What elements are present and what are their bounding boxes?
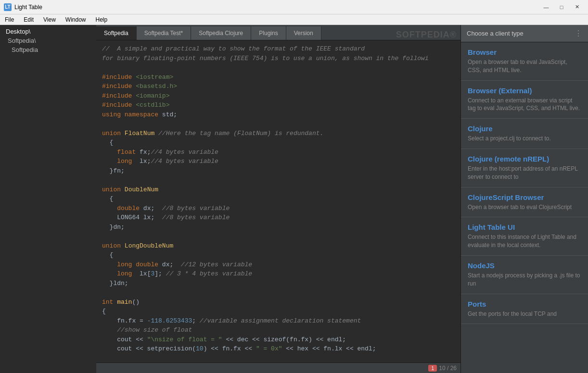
menu-help[interactable]: Help xyxy=(91,14,113,25)
client-nodejs-name: NodeJS xyxy=(468,261,581,270)
softpedia-watermark: SOFTPEDIA® xyxy=(396,30,457,40)
client-browser-desc: Open a browser tab to eval JavaScript, C… xyxy=(468,58,581,75)
app-icon: LT xyxy=(4,3,12,11)
client-ports[interactable]: Ports Get the ports for the local TCP an… xyxy=(461,294,588,324)
client-light-table-ui[interactable]: Light Table UI Connect to this instance … xyxy=(461,217,588,256)
sidebar-item-softpedia-folder[interactable]: Softpedia\ xyxy=(0,36,96,45)
client-clojure-remote-name: Clojure (remote nREPL) xyxy=(468,155,581,163)
client-browser-name: Browser xyxy=(468,48,581,56)
client-browser[interactable]: Browser Open a browser tab to eval JavaS… xyxy=(461,42,588,81)
maximize-button[interactable]: □ xyxy=(554,2,569,12)
client-clojure-name: Clojure xyxy=(468,124,581,133)
menu-window[interactable]: Window xyxy=(61,14,91,25)
tab-softpedia-clojure[interactable]: Softpedia Clojure xyxy=(191,26,251,40)
client-clojure-remote[interactable]: Clojure (remote nREPL) Enter in the host… xyxy=(461,149,588,187)
tab-softpedia[interactable]: Softpedia xyxy=(96,26,137,40)
client-clojure-remote-desc: Enter in the host:port address of an nRE… xyxy=(468,165,581,181)
client-light-table-ui-name: Light Table UI xyxy=(468,223,581,231)
sidebar-item-desktop[interactable]: Desktop\ xyxy=(0,27,96,36)
code-content: // A simple and practical way to show th… xyxy=(96,40,460,362)
client-nodejs[interactable]: NodeJS Start a nodejs process by picking… xyxy=(461,256,588,294)
menu-view[interactable]: View xyxy=(38,14,61,25)
app-title: Light Table xyxy=(14,4,539,11)
cursor-position: 10 / 26 xyxy=(439,365,457,372)
client-nodejs-desc: Start a nodejs process by picking a .js … xyxy=(468,272,581,288)
client-browser-external-name: Browser (External) xyxy=(468,87,581,95)
window-controls: — □ ✕ xyxy=(539,2,584,12)
client-ports-name: Ports xyxy=(468,300,581,308)
client-browser-external[interactable]: Browser (External) Connect to an externa… xyxy=(461,81,588,119)
right-panel-title: Choose a client type xyxy=(467,30,524,37)
code-editor[interactable]: // A simple and practical way to show th… xyxy=(96,40,460,362)
client-browser-external-desc: Connect to an external browser via scrip… xyxy=(468,97,581,113)
client-clojure-desc: Select a project.clj to connect to. xyxy=(468,135,581,143)
tab-version[interactable]: Version xyxy=(286,26,321,40)
status-badge: 1 xyxy=(428,365,437,372)
title-bar: LT Light Table — □ ✕ xyxy=(0,0,588,14)
minimize-button[interactable]: — xyxy=(539,2,553,12)
app-body: Desktop\ Softpedia\ Softpedia Softpedia … xyxy=(0,25,588,373)
sidebar: Desktop\ Softpedia\ Softpedia xyxy=(0,25,96,373)
editor-area: Softpedia Softpedia Test* Softpedia Cloj… xyxy=(96,25,460,373)
client-ports-desc: Get the ports for the local TCP and xyxy=(468,310,581,318)
client-clojurescript-browser-desc: Open a browser tab to eval ClojureScript xyxy=(468,203,581,211)
tab-bar: Softpedia Softpedia Test* Softpedia Cloj… xyxy=(96,25,460,40)
tabs-right: SOFTPEDIA® xyxy=(396,30,460,40)
client-clojurescript-browser-name: ClojureScript Browser xyxy=(468,193,581,201)
client-light-table-ui-desc: Connect to this instance of Light Table … xyxy=(468,233,581,249)
status-bar: 1 10 / 26 xyxy=(96,362,460,373)
close-button[interactable]: ✕ xyxy=(570,2,584,12)
menu-bar: File Edit View Window Help xyxy=(0,14,588,25)
tab-plugins[interactable]: Plugins xyxy=(251,26,286,40)
right-panel-menu-icon[interactable]: ⋮ xyxy=(575,29,582,38)
right-panel-header: Choose a client type ⋮ xyxy=(461,25,588,42)
right-panel: Choose a client type ⋮ Browser Open a br… xyxy=(460,25,588,373)
client-clojurescript-browser[interactable]: ClojureScript Browser Open a browser tab… xyxy=(461,187,588,218)
menu-file[interactable]: File xyxy=(0,14,19,25)
menu-edit[interactable]: Edit xyxy=(19,14,38,25)
tab-softpedia-test[interactable]: Softpedia Test* xyxy=(137,26,192,40)
sidebar-item-softpedia[interactable]: Softpedia xyxy=(0,45,96,54)
client-clojure[interactable]: Clojure Select a project.clj to connect … xyxy=(461,119,588,149)
